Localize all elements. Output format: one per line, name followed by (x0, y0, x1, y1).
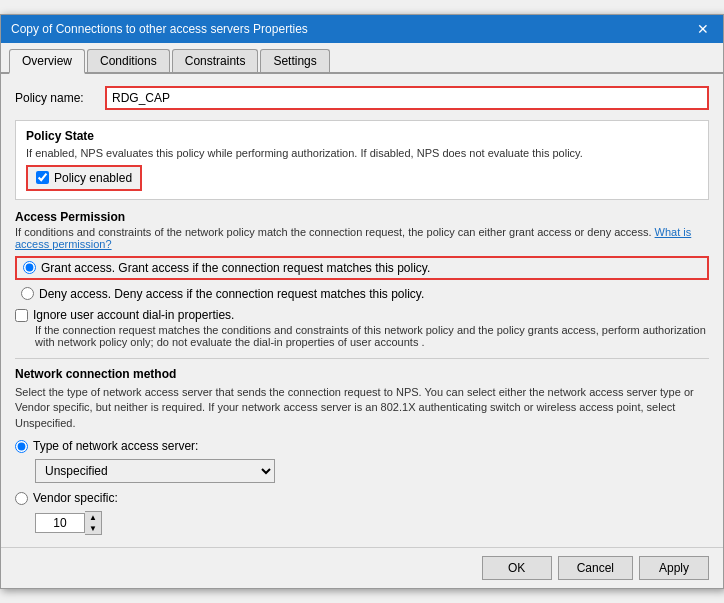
access-permission-title: Access Permission (15, 210, 709, 224)
unspecified-dropdown-row: Unspecified (35, 459, 709, 483)
type-access-server-radio[interactable] (15, 440, 28, 453)
policy-name-label: Policy name: (15, 91, 105, 105)
spinner-up-button[interactable]: ▲ (85, 512, 101, 523)
ok-button[interactable]: OK (482, 556, 552, 580)
grant-access-radio[interactable] (23, 261, 36, 274)
ignore-dialin-desc: If the connection request matches the co… (35, 324, 709, 348)
tab-overview[interactable]: Overview (9, 49, 85, 74)
vendor-specific-radio[interactable] (15, 492, 28, 505)
tab-settings[interactable]: Settings (260, 49, 329, 72)
policy-enabled-checkbox[interactable] (36, 171, 49, 184)
deny-access-radio[interactable] (21, 287, 34, 300)
policy-enabled-box: Policy enabled (26, 165, 142, 191)
window-title: Copy of Connections to other access serv… (11, 22, 308, 36)
type-access-server-row: Type of network access server: (15, 439, 709, 453)
network-method-title: Network connection method (15, 367, 709, 381)
type-access-server-label: Type of network access server: (33, 439, 198, 453)
spinner-down-button[interactable]: ▼ (85, 523, 101, 534)
grant-access-row: Grant access. Grant access if the connec… (15, 256, 709, 280)
cancel-button[interactable]: Cancel (558, 556, 633, 580)
divider (15, 358, 709, 359)
close-button[interactable]: ✕ (693, 21, 713, 37)
vendor-spinner-input[interactable] (35, 513, 85, 533)
network-method-section: Network connection method Select the typ… (15, 367, 709, 535)
ignore-dialin-label: Ignore user account dial-in properties. (33, 308, 234, 322)
tab-constraints[interactable]: Constraints (172, 49, 259, 72)
policy-name-input[interactable] (105, 86, 709, 110)
grant-access-label: Grant access. Grant access if the connec… (41, 261, 430, 275)
policy-enabled-label: Policy enabled (54, 171, 132, 185)
title-bar: Copy of Connections to other access serv… (1, 15, 723, 43)
access-permission-section: Access Permission If conditions and cons… (15, 210, 709, 348)
tab-conditions[interactable]: Conditions (87, 49, 170, 72)
vendor-specific-label: Vendor specific: (33, 491, 118, 505)
ignore-dialin-checkbox[interactable] (15, 309, 28, 322)
policy-state-title: Policy State (26, 129, 698, 143)
tab-bar: Overview Conditions Constraints Settings (1, 43, 723, 74)
deny-access-label: Deny access. Deny access if the connecti… (39, 287, 424, 301)
policy-state-section: Policy State If enabled, NPS evaluates t… (15, 120, 709, 200)
policy-state-desc: If enabled, NPS evaluates this policy wh… (26, 147, 698, 159)
policy-name-row: Policy name: (15, 86, 709, 110)
vendor-spinner-row: ▲ ▼ (35, 511, 709, 535)
access-permission-desc: If conditions and constraints of the net… (15, 226, 709, 250)
ignore-dialin-row: Ignore user account dial-in properties. (15, 308, 709, 322)
deny-access-row: Deny access. Deny access if the connecti… (15, 284, 709, 304)
main-window: Copy of Connections to other access serv… (0, 14, 724, 589)
vendor-spinner-buttons: ▲ ▼ (85, 511, 102, 535)
network-method-desc: Select the type of network access server… (15, 385, 709, 431)
apply-button[interactable]: Apply (639, 556, 709, 580)
network-type-dropdown[interactable]: Unspecified (35, 459, 275, 483)
content-area: Policy name: Policy State If enabled, NP… (1, 74, 723, 547)
footer: OK Cancel Apply (1, 547, 723, 588)
vendor-specific-row: Vendor specific: (15, 491, 709, 505)
